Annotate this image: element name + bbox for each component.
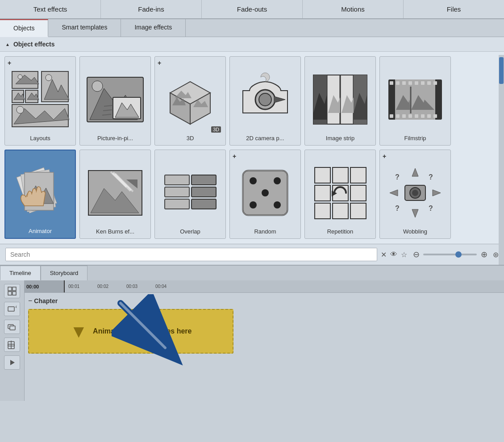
svg-rect-46 bbox=[427, 114, 431, 118]
svg-rect-97 bbox=[12, 292, 16, 295]
zoom-slider[interactable] bbox=[423, 254, 477, 255]
plus-badge-wobbling: + bbox=[383, 153, 386, 160]
svg-rect-75 bbox=[350, 167, 366, 183]
filmstrip-thumb bbox=[384, 66, 446, 133]
app-container: Text effects Fade-ins Fade-outs Motions … bbox=[0, 0, 504, 408]
tab-fade-ins[interactable]: Fade-ins bbox=[101, 0, 202, 18]
repetition-label: Repetition bbox=[327, 228, 354, 235]
svg-rect-96 bbox=[8, 292, 12, 295]
svg-point-71 bbox=[274, 201, 281, 208]
svg-rect-101 bbox=[10, 326, 15, 330]
tab-motions[interactable]: Motions bbox=[303, 0, 404, 18]
effect-random[interactable]: + Random bbox=[229, 150, 301, 239]
second-tabs-bar: Objects Smart templates Image effects bbox=[0, 19, 504, 37]
repetition-thumb bbox=[309, 159, 371, 226]
zoom-slider-thumb[interactable] bbox=[455, 251, 462, 258]
svg-point-6 bbox=[46, 75, 52, 81]
svg-rect-62 bbox=[165, 199, 189, 209]
keyframe-button[interactable] bbox=[4, 338, 20, 352]
effect-ken-burns[interactable]: Ken Burns ef... bbox=[79, 150, 151, 239]
svg-rect-37 bbox=[421, 81, 425, 85]
chapter-collapse-button[interactable]: − bbox=[28, 297, 32, 305]
effect-2d-camera[interactable]: 2D camera p... bbox=[229, 56, 301, 146]
svg-rect-74 bbox=[333, 167, 348, 183]
effect-animator[interactable]: Animator bbox=[4, 150, 76, 239]
random-thumb bbox=[234, 159, 296, 226]
svg-rect-44 bbox=[415, 114, 418, 118]
plus-badge: + bbox=[8, 59, 11, 67]
layouts-thumb bbox=[9, 66, 71, 133]
svg-rect-35 bbox=[408, 81, 412, 85]
effect-3d[interactable]: + 3D 3D bbox=[154, 56, 226, 146]
effect-filmstrip[interactable]: Filmstrip bbox=[379, 56, 451, 146]
ruler-mark-3: 00:03 bbox=[126, 284, 137, 289]
effect-overlap[interactable]: Overlap bbox=[154, 150, 226, 239]
svg-rect-73 bbox=[315, 167, 330, 183]
plus-badge-random: + bbox=[233, 153, 236, 160]
svg-text:?: ? bbox=[429, 204, 433, 212]
effect-image-strip[interactable]: Image strip bbox=[304, 56, 376, 146]
tab-files[interactable]: Files bbox=[404, 0, 504, 18]
ruler-start: 00:00 bbox=[26, 284, 39, 289]
3d-label: 3D bbox=[187, 135, 194, 142]
effect-layouts[interactable]: + bbox=[4, 56, 76, 146]
effect-picture-in-picture[interactable]: Picture-in-pi... bbox=[79, 56, 151, 146]
svg-rect-45 bbox=[421, 114, 425, 118]
ruler-mark-2: 00:02 bbox=[97, 284, 108, 289]
svg-rect-39 bbox=[433, 81, 437, 85]
svg-text:?: ? bbox=[395, 204, 400, 212]
tab-fade-outs[interactable]: Fade-outs bbox=[202, 0, 303, 18]
svg-rect-80 bbox=[333, 203, 348, 219]
svg-text:+: + bbox=[15, 304, 17, 309]
svg-point-70 bbox=[250, 201, 257, 208]
svg-marker-86 bbox=[433, 190, 441, 196]
image-strip-thumb bbox=[309, 66, 371, 133]
scrollbar-track[interactable] bbox=[499, 55, 504, 265]
star-icon-button[interactable]: ☆ bbox=[401, 250, 407, 259]
zoom-out-button[interactable]: ⊖ bbox=[411, 249, 421, 260]
eye-icon-button[interactable]: 👁 bbox=[390, 250, 397, 259]
ruler-mark-1: 00:01 bbox=[68, 284, 79, 289]
effect-repetition[interactable]: Repetition bbox=[304, 150, 376, 239]
timeline-main: 00:00 00:01 00:02 00:03 00:04 − Chapter bbox=[25, 280, 504, 401]
tab-smart-templates[interactable]: Smart templates bbox=[48, 19, 121, 37]
scrollbar-thumb[interactable] bbox=[499, 57, 504, 84]
svg-point-8 bbox=[17, 106, 24, 113]
filmstrip-label: Filmstrip bbox=[404, 135, 426, 142]
svg-rect-40 bbox=[390, 114, 393, 118]
tab-timeline[interactable]: Timeline bbox=[0, 266, 41, 280]
overlap-thumb bbox=[159, 159, 221, 226]
svg-rect-81 bbox=[350, 203, 366, 219]
svg-text:?: ? bbox=[395, 173, 400, 181]
svg-point-69 bbox=[262, 189, 269, 196]
svg-marker-84 bbox=[412, 209, 418, 217]
timeline-area: Timeline Storyboard + bbox=[0, 265, 504, 408]
svg-rect-63 bbox=[192, 175, 216, 185]
effects-grid: + bbox=[0, 52, 504, 244]
svg-rect-43 bbox=[408, 114, 412, 118]
add-track-button[interactable]: + bbox=[4, 302, 20, 316]
tab-image-effects[interactable]: Image effects bbox=[121, 19, 186, 37]
play-button[interactable] bbox=[4, 355, 20, 370]
effect-wobbling[interactable]: + bbox=[379, 150, 451, 239]
svg-rect-36 bbox=[415, 81, 418, 85]
svg-rect-64 bbox=[192, 187, 216, 197]
collapse-triangle-icon: ▲ bbox=[5, 42, 10, 47]
grid-tool-button[interactable] bbox=[4, 284, 20, 298]
duplicate-button[interactable] bbox=[4, 320, 20, 334]
svg-rect-65 bbox=[192, 199, 216, 209]
fit-icon-button[interactable]: ⊛ bbox=[493, 250, 499, 259]
tab-storyboard[interactable]: Storyboard bbox=[41, 266, 88, 280]
2d-camera-label: 2D camera p... bbox=[246, 135, 284, 142]
timeline-toolbar: + bbox=[0, 280, 25, 401]
track-block[interactable]: ▼ Animator: Insert images here bbox=[28, 309, 233, 354]
tab-objects[interactable]: Objects bbox=[0, 19, 48, 37]
search-input[interactable] bbox=[5, 248, 377, 261]
zoom-in-button[interactable]: ⊕ bbox=[479, 249, 489, 260]
tab-text-effects[interactable]: Text effects bbox=[0, 0, 101, 18]
clear-search-button[interactable]: ✕ bbox=[381, 250, 387, 259]
svg-rect-61 bbox=[165, 187, 189, 197]
image-strip-label: Image strip bbox=[326, 135, 354, 142]
timeline-tabs: Timeline Storyboard bbox=[0, 266, 504, 280]
track-block-content: ▼ Animator: Insert images here bbox=[70, 321, 192, 342]
